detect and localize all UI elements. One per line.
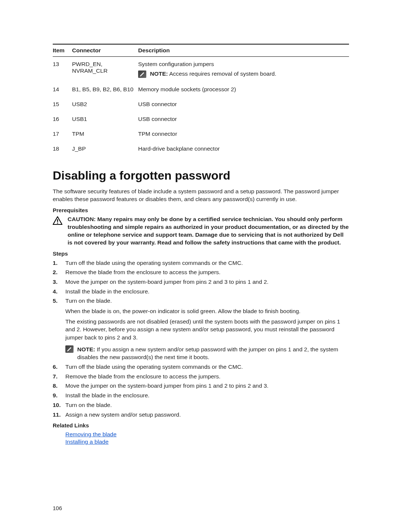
col-header-description: Description [138, 44, 349, 57]
related-links-heading: Related Links [53, 422, 349, 428]
steps-list: Turn off the blade using the operating s… [53, 259, 349, 419]
svg-rect-1 [57, 223, 58, 224]
steps-heading: Steps [53, 250, 349, 257]
step-paragraph: When the blade is on, the power-on indic… [65, 307, 349, 315]
cell-connector: USB2 [72, 97, 138, 112]
cell-description: Memory module sockets (processor 2) [138, 82, 349, 97]
list-item: Assign a new system and/or setup passwor… [53, 411, 349, 419]
cell-description: TPM connector [138, 127, 349, 141]
table-row: 17 TPM TPM connector [53, 127, 349, 141]
warning-icon [53, 216, 62, 227]
list-item: Move the jumper on the system-board jump… [53, 382, 349, 390]
caution-text: CAUTION: Many repairs may only be done b… [68, 216, 349, 247]
list-item: Remove the blade from the enclosure to a… [53, 372, 349, 381]
table-row: 15 USB2 USB connector [53, 97, 349, 112]
list-item: Turn on the blade. [53, 401, 349, 409]
step-paragraph: The existing passwords are not disabled … [65, 318, 349, 342]
table-row: 18 J_BP Hard-drive backplane connector [53, 141, 349, 156]
page-number: 106 [53, 505, 62, 511]
note-text: NOTE: Access requires removal of system … [150, 70, 276, 77]
cell-connector: B1, B5, B9, B2, B6, B10 [72, 82, 138, 97]
cell-connector: TPM [72, 127, 138, 141]
list-item: Install the blade in the enclosure. [53, 391, 349, 400]
cell-description: Hard-drive backplane connector [138, 141, 349, 156]
desc-text: System configuration jumpers [138, 61, 214, 67]
link-removing-the-blade[interactable]: Removing the blade [65, 431, 117, 438]
note-icon [138, 70, 146, 78]
table-row: 14 B1, B5, B9, B2, B6, B10 Memory module… [53, 82, 349, 97]
cell-connector: PWRD_EN, NVRAM_CLR [72, 57, 138, 82]
caution-block: CAUTION: Many repairs may only be done b… [53, 216, 349, 247]
cell-item: 16 [53, 112, 72, 127]
col-header-item: Item [53, 44, 72, 57]
list-item: Move the jumper on the system-board jump… [53, 278, 349, 286]
cell-item: 18 [53, 141, 72, 156]
cell-description: USB connector [138, 112, 349, 127]
table-row: 16 USB1 USB connector [53, 112, 349, 127]
note-text: NOTE: If you assign a new system and/or … [77, 345, 349, 361]
connector-table: Item Connector Description 13 PWRD_EN, N… [53, 44, 349, 156]
note-block: NOTE: Access requires removal of system … [138, 70, 347, 78]
cell-description: USB connector [138, 97, 349, 112]
list-item: Install the blade in the enclosure. [53, 288, 349, 296]
svg-rect-0 [57, 219, 58, 222]
cell-item: 17 [53, 127, 72, 141]
cell-item: 13 [53, 57, 72, 82]
link-installing-a-blade[interactable]: Installing a blade [65, 439, 108, 445]
page-title: Disabling a forgotten password [53, 169, 349, 183]
cell-item: 15 [53, 97, 72, 112]
note-block: NOTE: If you assign a new system and/or … [65, 345, 349, 361]
table-row: 13 PWRD_EN, NVRAM_CLR System configurati… [53, 57, 349, 82]
list-item: Turn on the blade. When the blade is on,… [53, 297, 349, 361]
cell-connector: USB1 [72, 112, 138, 127]
note-icon [65, 345, 74, 353]
cell-item: 14 [53, 82, 72, 97]
col-header-connector: Connector [72, 44, 138, 57]
note-label: NOTE: [150, 70, 168, 77]
note-label: NOTE: [77, 346, 95, 352]
intro-paragraph: The software security features of blade … [53, 188, 349, 203]
cell-connector: J_BP [72, 141, 138, 156]
list-item: Remove the blade from the enclosure to a… [53, 268, 349, 276]
caution-label: CAUTION: [68, 216, 96, 222]
list-item: Turn off the blade using the operating s… [53, 363, 349, 371]
list-item: Turn off the blade using the operating s… [53, 259, 349, 267]
cell-description: System configuration jumpers NOTE: Acces… [138, 57, 349, 82]
prerequisites-heading: Prerequisites [53, 207, 349, 213]
